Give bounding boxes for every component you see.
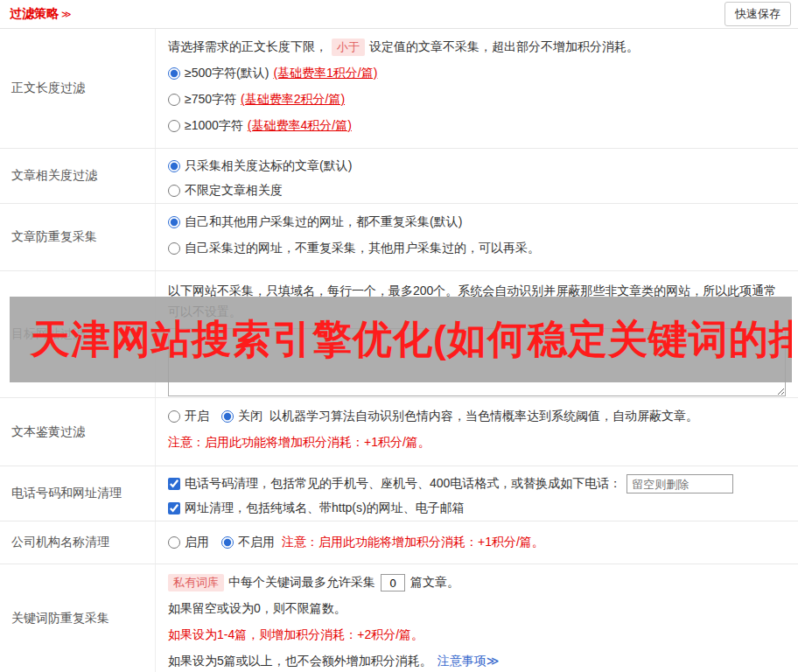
length-1000-radio[interactable] [168,120,180,132]
company-cleanup-content: 启用 不启用 注意：启用此功能将增加积分消耗：+1积分/篇。 [156,522,798,564]
url-cleanup-row: 网址清理，包括纯域名、带http(s)的网址、电子邮箱 [168,496,786,521]
length-filter-content: 请选择需求的正文长度下限， 小于 设定值的文章不采集，超出部分不增加积分消耗。 … [156,29,798,148]
row-length-filter: 正文长度过滤 请选择需求的正文长度下限， 小于 设定值的文章不采集，超出部分不增… [0,29,798,149]
porn-off-label: 关闭 [238,409,262,424]
length-filter-label: 正文长度过滤 [0,29,156,148]
phone-cleanup-option[interactable]: 电话号码清理，包括常见的手机号、座机号、400电话格式，或替换成如下电话： [168,476,621,492]
replacement-phone-input[interactable] [626,474,733,494]
company-disable-radio[interactable] [221,536,234,549]
relevance-filter-content: 只采集相关度达标的文章(默认) 不限定文章相关度 [156,149,798,203]
watermark-overlay: 天津网站搜索引擎优化(如何稳定关键词的排 [10,297,792,382]
row-relevance-filter: 文章相关度过滤 只采集相关度达标的文章(默认) 不限定文章相关度 [0,149,798,204]
row-company-cleanup: 公司机构名称清理 启用 不启用 注意：启用此功能将增加积分消耗：+1积分/篇。 [0,522,798,564]
company-disable-label: 不启用 [238,535,275,550]
length-500-note: (基础费率1积分/篇) [273,66,377,81]
relevance-option-row: 只采集相关度达标的文章(默认) [168,154,786,178]
relevance-strict-radio[interactable] [168,160,180,172]
length-500-radio[interactable] [168,67,180,80]
relevance-strict-option[interactable]: 只采集相关度达标的文章(默认) [168,158,352,174]
length-option-row: ≥750字符 (基础费率2积分/篇) [168,87,786,113]
length-750-note: (基础费率2积分/篇) [241,92,345,108]
dedupe-option-row: 自己采集过的网址，不重复采集，其他用户采集过的，可以再采。 [168,235,786,262]
url-cleanup-label: 网址清理，包括纯域名、带http(s)的网址、电子邮箱 [185,500,465,516]
keyword-limit-suffix: 篇文章。 [410,575,459,591]
phone-cleanup-checkbox[interactable] [168,478,180,490]
dedupe-self-only-label: 自己采集过的网址，不重复采集，其他用户采集过的，可以再采。 [185,241,540,256]
watermark-text: 天津网站搜索引擎优化(如何稳定关键词的排 [10,313,792,366]
page-title-text: 过滤策略 [10,6,59,22]
relevance-filter-label: 文章相关度过滤 [0,149,156,203]
phone-url-content: 电话号码清理，包括常见的手机号、座机号、400电话格式，或替换成如下电话： 网址… [156,466,798,521]
dedupe-all-users-label: 自己和其他用户采集过的网址，都不重复采集(默认) [185,214,462,230]
keyword-limit-text: 中每个关键词最多允许采集 [228,575,375,591]
company-disable-option[interactable]: 不启用 [221,535,275,550]
page-title[interactable]: 过滤策略 ≫ [10,6,72,22]
dedupe-self-only-radio[interactable] [168,242,180,255]
row-porn-filter: 文本鉴黄过滤 开启 关闭 以机器学习算法自动识别色情内容，当色情概率达到系统阈值… [0,398,798,466]
length-750-radio[interactable] [168,94,180,106]
keyword-note-free-row: 如果设为5篇或以上，也不会额外增加积分消耗。 注意事项≫ [168,648,786,672]
length-500-option[interactable]: ≥500字符(默认) (基础费率1积分/篇) [168,66,377,81]
porn-filter-label: 文本鉴黄过滤 [0,398,156,466]
phone-cleanup-label: 电话号码清理，包括常见的手机号、座机号、400电话格式，或替换成如下电话： [185,476,621,492]
porn-desc: 以机器学习算法自动识别色情内容，当色情概率达到系统阈值，自动屏蔽文章。 [270,409,698,424]
keyword-count-input[interactable] [381,574,405,592]
keyword-limit-row: 私有词库 中每个关键词最多允许采集 篇文章。 [168,570,786,596]
header-bar: 过滤策略 ≫ 快速保存 [0,0,798,29]
row-dedupe-filter: 文章防重复采集 自己和其他用户采集过的网址，都不重复采集(默认) 自己采集过的网… [0,204,798,271]
company-enable-option[interactable]: 启用 [168,535,209,550]
dedupe-filter-label: 文章防重复采集 [0,204,156,270]
porn-off-option[interactable]: 关闭 [221,409,262,424]
dedupe-option-row: 自己和其他用户采集过的网址，都不重复采集(默认) [168,209,786,235]
company-enable-radio[interactable] [168,536,180,549]
length-500-label: ≥500字符(默认) [185,66,269,81]
length-option-row: ≥1000字符 (基础费率4积分/篇) [168,113,786,139]
company-enable-label: 启用 [185,535,209,550]
row-phone-url-cleanup: 电话号码和网址清理 电话号码清理，包括常见的手机号、座机号、400电话格式，或替… [0,466,798,522]
porn-warning: 注意：启用此功能将增加积分消耗：+1积分/篇。 [168,430,786,456]
url-cleanup-checkbox[interactable] [168,502,180,514]
chevron-double-icon: ≫ [61,9,72,20]
length-1000-label: ≥1000字符 [185,118,243,134]
phone-url-label: 电话号码和网址清理 [0,466,156,521]
length-1000-note: (基础费率4积分/篇) [248,118,352,134]
relevance-option-row: 不限定文章相关度 [168,178,786,203]
notice-link[interactable]: 注意事项≫ [438,654,500,669]
dedupe-all-users-option[interactable]: 自己和其他用户采集过的网址，都不重复采集(默认) [168,214,462,230]
length-option-row: ≥500字符(默认) (基础费率1积分/篇) [168,60,786,87]
keyword-note-unlimited: 如果留空或设为0，则不限篇数。 [168,596,786,622]
length-750-option[interactable]: ≥750字符 (基础费率2积分/篇) [168,92,345,108]
length-750-label: ≥750字符 [185,92,236,108]
filter-strategy-page: 过滤策略 ≫ 快速保存 正文长度过滤 请选择需求的正文长度下限， 小于 设定值的… [0,0,798,672]
dedupe-all-users-radio[interactable] [168,216,180,228]
company-cleanup-label: 公司机构名称清理 [0,522,156,564]
length-intro-pre: 请选择需求的正文长度下限， [168,39,327,55]
relevance-any-label: 不限定文章相关度 [185,183,283,199]
company-warning: 注意：启用此功能将增加积分消耗：+1积分/篇。 [282,535,544,550]
relevance-any-option[interactable]: 不限定文章相关度 [168,183,283,199]
length-1000-option[interactable]: ≥1000字符 (基础费率4积分/篇) [168,118,352,134]
quick-save-button[interactable]: 快速保存 [724,2,791,26]
dedupe-filter-content: 自己和其他用户采集过的网址，都不重复采集(默认) 自己采集过的网址，不重复采集，… [156,204,798,270]
relevance-strict-label: 只采集相关度达标的文章(默认) [185,158,352,174]
length-intro: 请选择需求的正文长度下限， 小于 设定值的文章不采集，超出部分不增加积分消耗。 [168,34,786,60]
keyword-dedupe-label: 关键词防重复采集 [0,564,156,672]
dedupe-self-only-option[interactable]: 自己采集过的网址，不重复采集，其他用户采集过的，可以再采。 [168,241,540,256]
length-intro-post: 设定值的文章不采集，超出部分不增加积分消耗。 [369,39,639,55]
keyword-note-cost: 如果设为1-4篇，则增加积分消耗：+2积分/篇。 [168,622,786,648]
keyword-note-free: 如果设为5篇或以上，也不会额外增加积分消耗。 [168,654,432,669]
porn-on-label: 开启 [185,409,209,424]
private-lexicon-badge: 私有词库 [168,574,224,592]
porn-option-row: 开启 关闭 以机器学习算法自动识别色情内容，当色情概率达到系统阈值，自动屏蔽文章… [168,403,786,430]
porn-on-option[interactable]: 开启 [168,409,209,424]
row-keyword-dedupe: 关键词防重复采集 私有词库 中每个关键词最多允许采集 篇文章。 如果留空或设为0… [0,564,798,672]
porn-off-radio[interactable] [221,410,234,423]
keyword-dedupe-content: 私有词库 中每个关键词最多允许采集 篇文章。 如果留空或设为0，则不限篇数。 如… [156,564,798,672]
porn-on-radio[interactable] [168,410,180,423]
url-cleanup-option[interactable]: 网址清理，包括纯域名、带http(s)的网址、电子邮箱 [168,500,465,516]
phone-cleanup-row: 电话号码清理，包括常见的手机号、座机号、400电话格式，或替换成如下电话： [168,472,786,496]
porn-filter-content: 开启 关闭 以机器学习算法自动识别色情内容，当色情概率达到系统阈值，自动屏蔽文章… [156,398,798,466]
relevance-any-radio[interactable] [168,185,180,197]
length-intro-highlight: 小于 [332,38,365,56]
